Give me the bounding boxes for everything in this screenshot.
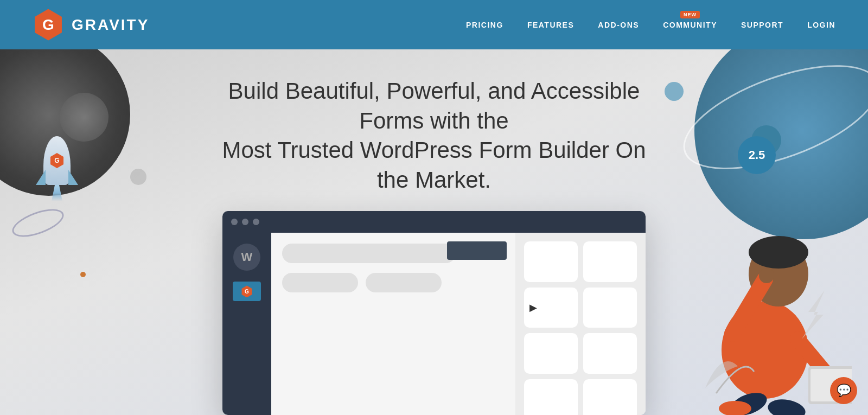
browser-dot-3 bbox=[253, 219, 259, 225]
logo-text: GRAVITY bbox=[72, 16, 149, 34]
community-badge: NEW bbox=[680, 11, 700, 18]
browser-sidebar: W G bbox=[222, 233, 271, 415]
browser-dot-1 bbox=[231, 219, 238, 225]
nav-links: PRICING FEATURES ADD-ONS NEW COMMUNITY S… bbox=[466, 21, 835, 29]
form-bar-right bbox=[366, 273, 442, 292]
svg-point-4 bbox=[759, 268, 774, 283]
rocket-flame bbox=[52, 185, 62, 201]
bg-circle-small bbox=[60, 93, 108, 142]
nav-features[interactable]: FEATURES bbox=[527, 21, 574, 29]
svg-point-10 bbox=[766, 397, 807, 415]
sidebar-gravity-icon: G bbox=[241, 285, 253, 297]
rocket-logo: G bbox=[49, 153, 65, 168]
nav-support[interactable]: SUPPORT bbox=[741, 21, 783, 29]
nav-pricing[interactable]: PRICING bbox=[466, 21, 503, 29]
nav-login[interactable]: LOGIN bbox=[807, 21, 835, 29]
bg-circle-tiny bbox=[130, 169, 146, 185]
browser-content: W G ▶ bbox=[222, 233, 646, 415]
wp-icon: W bbox=[233, 244, 260, 271]
logo-area: G GRAVITY bbox=[33, 9, 149, 41]
planet-ring bbox=[9, 203, 67, 242]
card-3: ▶ bbox=[524, 288, 578, 328]
hero-section: G Build Beautiful, Powerful, and Accessi… bbox=[0, 49, 868, 415]
logo-icon: G bbox=[33, 9, 64, 41]
card-1 bbox=[524, 241, 578, 282]
svg-point-2 bbox=[749, 236, 808, 269]
rocket-fin-left bbox=[36, 170, 46, 185]
navbar: G GRAVITY PRICING FEATURES ADD-ONS NEW C… bbox=[0, 0, 868, 49]
nav-addons[interactable]: ADD-ONS bbox=[598, 21, 639, 29]
form-bars-row bbox=[282, 273, 505, 292]
hero-title: Build Beautiful, Powerful, and Accessibl… bbox=[217, 76, 651, 195]
form-bar-full bbox=[282, 244, 456, 263]
form-action-btn[interactable] bbox=[447, 241, 507, 260]
bg-circle-blue-medium bbox=[665, 82, 684, 101]
rocket-illustration: G bbox=[33, 136, 81, 201]
rocket-fin-right bbox=[68, 170, 78, 185]
browser-main bbox=[271, 233, 515, 415]
form-bar-left bbox=[282, 273, 358, 292]
rocket-dot bbox=[80, 272, 86, 277]
browser-titlebar bbox=[222, 211, 646, 233]
browser-dot-2 bbox=[242, 219, 248, 225]
sidebar-gravity-btn[interactable]: G bbox=[233, 282, 261, 301]
nav-community[interactable]: NEW COMMUNITY bbox=[663, 21, 717, 29]
chat-button[interactable]: 💬 bbox=[830, 377, 857, 404]
chat-icon: 💬 bbox=[837, 384, 851, 398]
browser-right-panel: ▶ bbox=[515, 233, 646, 415]
hero-text: Build Beautiful, Powerful, and Accessibl… bbox=[217, 76, 651, 195]
card-2 bbox=[583, 241, 637, 282]
version-badge: 2.5 bbox=[738, 136, 776, 174]
card-7 bbox=[524, 379, 578, 415]
card-6 bbox=[583, 333, 637, 374]
person-illustration bbox=[678, 198, 852, 415]
card-8 bbox=[583, 379, 637, 415]
browser-mockup: W G ▶ bbox=[222, 211, 646, 415]
rocket-body: G bbox=[43, 136, 71, 185]
card-5 bbox=[524, 333, 578, 374]
card-4 bbox=[583, 288, 637, 328]
cursor-icon: ▶ bbox=[529, 302, 537, 314]
